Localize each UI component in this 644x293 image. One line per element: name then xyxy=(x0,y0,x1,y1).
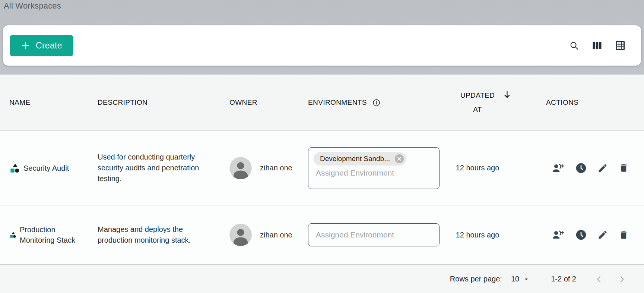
owner-cell: zihan one xyxy=(223,131,301,205)
add-user-icon[interactable] xyxy=(551,163,565,174)
owner-cell: zihan one xyxy=(223,205,301,264)
owner-name: zihan one xyxy=(260,231,292,239)
workspaces-table: NAME DESCRIPTION OWNER ENVIRONMENTS UPDA… xyxy=(0,75,644,293)
header-name: NAME xyxy=(0,75,92,130)
actions-cell xyxy=(515,131,644,205)
toolbar-card: Create xyxy=(3,25,641,66)
create-button-label: Create xyxy=(36,41,62,51)
workspace-name: Security Audit xyxy=(23,163,69,173)
caret-down-icon xyxy=(523,275,530,283)
workspace-description-cell: Manages and deploys the production monit… xyxy=(92,205,223,264)
plus-icon xyxy=(21,41,31,50)
environments-cell: Assigned Environment xyxy=(301,205,440,264)
sort-descending-icon xyxy=(502,89,512,100)
avatar xyxy=(229,224,252,246)
create-button[interactable]: Create xyxy=(10,35,73,56)
page-title: All Workspaces xyxy=(4,1,61,11)
updated-at-value: 12 hours ago xyxy=(440,164,515,172)
assigned-environment-input[interactable]: Development Sandb... Assigned Environmen… xyxy=(308,147,440,189)
header-environments-label: ENVIRONMENTS xyxy=(308,98,367,107)
rows-per-page-select[interactable]: 10 xyxy=(511,275,530,283)
table-header-row: NAME DESCRIPTION OWNER ENVIRONMENTS UPDA… xyxy=(0,75,644,131)
add-user-icon[interactable] xyxy=(551,229,565,240)
view-column-icon[interactable] xyxy=(591,40,603,51)
delete-icon[interactable] xyxy=(619,163,629,173)
header-updated-at-label: UPDATED AT xyxy=(460,91,495,113)
header-updated-at[interactable]: UPDATED AT xyxy=(440,75,515,130)
updated-at-value: 12 hours ago xyxy=(440,231,515,239)
workspace-description-cell: Used for conducting quarterly security a… xyxy=(92,131,223,205)
actions-cell xyxy=(515,205,644,264)
updated-at-cell: 12 hours ago xyxy=(440,205,515,264)
chip-close-icon[interactable] xyxy=(394,154,404,164)
history-icon[interactable] xyxy=(575,163,587,174)
environment-chip-label: Development Sandb... xyxy=(320,155,390,163)
assigned-environment-input[interactable]: Assigned Environment xyxy=(308,223,440,246)
header-environments: ENVIRONMENTS xyxy=(301,75,440,130)
workspace-name-cell: Production Monitoring Stack xyxy=(0,205,92,264)
search-icon[interactable] xyxy=(568,40,580,51)
info-icon[interactable] xyxy=(372,98,381,107)
workspace-name: Production Monitoring Stack xyxy=(20,224,83,245)
delete-icon[interactable] xyxy=(619,230,629,240)
workspace-icon xyxy=(9,231,17,239)
avatar xyxy=(229,157,252,179)
environment-placeholder: Assigned Environment xyxy=(314,168,434,177)
table-row: Security Audit Used for conducting quart… xyxy=(0,131,644,205)
environments-cell: Development Sandb... Assigned Environmen… xyxy=(301,131,440,205)
workspace-name-cell: Security Audit xyxy=(0,131,92,205)
workspace-icon xyxy=(9,163,20,174)
previous-page-icon[interactable] xyxy=(594,274,604,284)
header-description: DESCRIPTION xyxy=(92,75,223,130)
page-range-label: 1-2 of 2 xyxy=(551,275,576,283)
edit-icon[interactable] xyxy=(597,230,608,240)
header-actions: ACTIONS xyxy=(515,75,644,130)
toolbar-icon-group xyxy=(568,40,626,51)
next-page-icon[interactable] xyxy=(617,274,627,284)
edit-icon[interactable] xyxy=(597,163,608,173)
grid-view-icon[interactable] xyxy=(614,40,626,51)
rows-per-page-value: 10 xyxy=(511,275,519,283)
workspace-description: Manages and deploys the production monit… xyxy=(98,224,202,246)
table-row: Production Monitoring Stack Manages and … xyxy=(0,205,644,265)
updated-at-cell: 12 hours ago xyxy=(440,131,515,205)
rows-per-page-label: Rows per page: xyxy=(450,275,502,283)
workspace-description: Used for conducting quarterly security a… xyxy=(98,152,202,184)
environment-placeholder: Assigned Environment xyxy=(314,230,434,239)
pagination-bar: Rows per page: 10 1-2 of 2 xyxy=(0,265,644,293)
header-owner: OWNER xyxy=(223,75,301,130)
environment-chip[interactable]: Development Sandb... xyxy=(314,152,406,166)
owner-name: zihan one xyxy=(260,164,292,172)
history-icon[interactable] xyxy=(575,229,587,240)
